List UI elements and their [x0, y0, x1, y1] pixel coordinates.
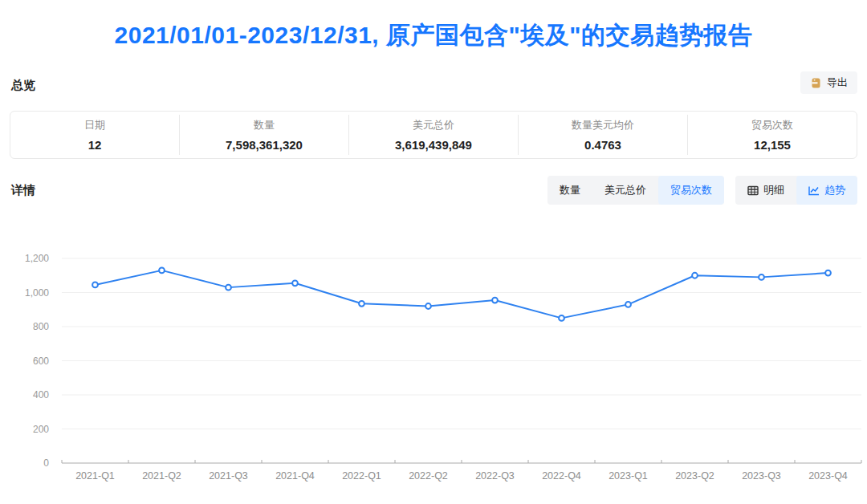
y-axis-tick-label: 0	[43, 457, 49, 469]
stat-value: 12	[10, 138, 179, 152]
tab-usd-total[interactable]: 美元总价	[592, 176, 658, 205]
data-point[interactable]	[492, 298, 498, 303]
stat-label: 美元总价	[349, 118, 518, 132]
trend-line	[96, 270, 828, 319]
tab-trade-count[interactable]: 贸易次数	[658, 176, 724, 205]
data-point[interactable]	[625, 302, 631, 307]
data-point[interactable]	[425, 303, 431, 309]
page-title: 2021/01/01-2023/12/31, 原产国包含"埃及"的交易趋势报告	[0, 19, 867, 52]
tab-label: 明细	[763, 183, 784, 197]
trade-trend-chart: 02004006008001,0001,2002021-Q12021-Q2202…	[0, 233, 867, 498]
data-point[interactable]	[92, 282, 98, 288]
trend-chart-icon	[808, 185, 820, 196]
y-axis-tick-label: 1,000	[25, 287, 49, 299]
stat-value: 0.4763	[519, 138, 687, 152]
stat-value: 3,619,439,849	[349, 138, 518, 152]
tab-label: 贸易次数	[670, 183, 712, 197]
data-point[interactable]	[292, 280, 298, 286]
stat-item-trade-count: 贸易次数12,155	[687, 115, 857, 155]
stat-value: 12,155	[688, 138, 857, 152]
tab-label: 趋势	[824, 183, 845, 197]
trend-chart-svg: 02004006008001,0001,2002021-Q12021-Q2202…	[0, 233, 867, 498]
stat-value: 7,598,361,320	[180, 138, 348, 152]
details-toolbar: 数量美元总价贸易次数 明细趋势	[547, 176, 857, 205]
stat-label: 数量美元均价	[519, 118, 687, 132]
export-button-label: 导出	[827, 75, 848, 90]
x-axis-tick-label: 2021-Q4	[275, 470, 315, 482]
x-axis-tick-label: 2021-Q1	[75, 470, 115, 482]
x-axis-tick-label: 2022-Q3	[475, 470, 515, 482]
y-axis-tick-label: 400	[33, 389, 49, 400]
overview-heading: 总览	[11, 78, 35, 93]
x-axis-tick-label: 2022-Q2	[409, 470, 448, 482]
export-file-icon	[810, 77, 822, 89]
tab-trend[interactable]: 趋势	[796, 176, 857, 205]
y-axis-tick-label: 800	[33, 321, 49, 332]
data-point[interactable]	[159, 267, 165, 273]
x-axis-tick-label: 2022-Q1	[342, 470, 381, 482]
y-axis-tick-label: 200	[33, 424, 49, 435]
data-point[interactable]	[559, 315, 564, 321]
stat-item-quantity: 数量7,598,361,320	[179, 115, 348, 155]
stat-label: 日期	[10, 118, 179, 132]
x-axis-tick-label: 2022-Q4	[542, 470, 581, 482]
stat-label: 贸易次数	[688, 118, 857, 132]
metric-tabs: 数量美元总价贸易次数	[547, 176, 724, 205]
data-point[interactable]	[226, 285, 231, 291]
x-axis-tick-label: 2023-Q1	[609, 470, 648, 482]
tab-label: 美元总价	[604, 183, 646, 197]
stats-card: 日期12数量7,598,361,320美元总价3,619,439,849数量美元…	[10, 111, 857, 159]
tab-quantity[interactable]: 数量	[547, 176, 592, 205]
y-axis-tick-label: 1,200	[25, 253, 49, 264]
stat-item-usd-unit-price: 数量美元均价0.4763	[518, 115, 687, 155]
export-button[interactable]: 导出	[800, 71, 857, 94]
data-point[interactable]	[359, 301, 364, 307]
x-axis-tick-label: 2023-Q3	[742, 470, 781, 482]
x-axis-tick-label: 2021-Q3	[209, 470, 248, 482]
details-heading: 详情	[11, 183, 35, 198]
data-point[interactable]	[759, 274, 764, 280]
x-axis-tick-label: 2023-Q2	[675, 470, 714, 482]
tab-detail[interactable]: 明细	[735, 176, 796, 205]
stat-item-usd-total: 美元总价3,619,439,849	[348, 115, 518, 155]
data-point[interactable]	[825, 270, 831, 276]
x-axis-tick-label: 2021-Q2	[142, 470, 181, 482]
table-icon	[747, 185, 759, 196]
y-axis-tick-label: 600	[33, 356, 49, 367]
stat-label: 数量	[180, 118, 348, 132]
tab-label: 数量	[560, 183, 580, 197]
view-tabs: 明细趋势	[735, 176, 857, 205]
stat-item-date-count: 日期12	[10, 115, 179, 155]
x-axis-tick-label: 2023-Q4	[808, 470, 848, 482]
data-point[interactable]	[692, 273, 698, 278]
